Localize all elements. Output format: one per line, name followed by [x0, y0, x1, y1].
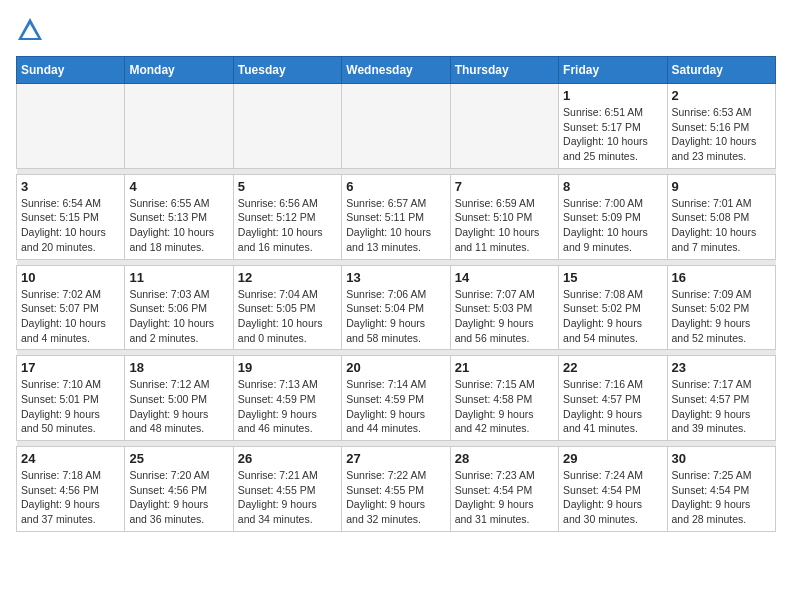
calendar-day-cell: [233, 84, 341, 169]
day-info: Sunrise: 6:59 AM Sunset: 5:10 PM Dayligh…: [455, 196, 554, 255]
calendar-day-cell: 12Sunrise: 7:04 AM Sunset: 5:05 PM Dayli…: [233, 265, 341, 350]
calendar-day-cell: 5Sunrise: 6:56 AM Sunset: 5:12 PM Daylig…: [233, 174, 341, 259]
calendar-week-row: 1Sunrise: 6:51 AM Sunset: 5:17 PM Daylig…: [17, 84, 776, 169]
day-info: Sunrise: 7:07 AM Sunset: 5:03 PM Dayligh…: [455, 287, 554, 346]
day-number: 21: [455, 360, 554, 375]
day-info: Sunrise: 7:01 AM Sunset: 5:08 PM Dayligh…: [672, 196, 771, 255]
day-of-week-header: Wednesday: [342, 57, 450, 84]
calendar-day-cell: [17, 84, 125, 169]
day-of-week-header: Thursday: [450, 57, 558, 84]
calendar-day-cell: 11Sunrise: 7:03 AM Sunset: 5:06 PM Dayli…: [125, 265, 233, 350]
day-number: 22: [563, 360, 662, 375]
calendar-week-row: 24Sunrise: 7:18 AM Sunset: 4:56 PM Dayli…: [17, 447, 776, 532]
calendar-day-cell: 6Sunrise: 6:57 AM Sunset: 5:11 PM Daylig…: [342, 174, 450, 259]
day-info: Sunrise: 7:22 AM Sunset: 4:55 PM Dayligh…: [346, 468, 445, 527]
day-info: Sunrise: 7:04 AM Sunset: 5:05 PM Dayligh…: [238, 287, 337, 346]
calendar-day-cell: 9Sunrise: 7:01 AM Sunset: 5:08 PM Daylig…: [667, 174, 775, 259]
calendar-day-cell: 30Sunrise: 7:25 AM Sunset: 4:54 PM Dayli…: [667, 447, 775, 532]
calendar-day-cell: 18Sunrise: 7:12 AM Sunset: 5:00 PM Dayli…: [125, 356, 233, 441]
day-info: Sunrise: 6:54 AM Sunset: 5:15 PM Dayligh…: [21, 196, 120, 255]
calendar-day-cell: 16Sunrise: 7:09 AM Sunset: 5:02 PM Dayli…: [667, 265, 775, 350]
day-info: Sunrise: 7:20 AM Sunset: 4:56 PM Dayligh…: [129, 468, 228, 527]
calendar-day-cell: 2Sunrise: 6:53 AM Sunset: 5:16 PM Daylig…: [667, 84, 775, 169]
calendar-day-cell: 7Sunrise: 6:59 AM Sunset: 5:10 PM Daylig…: [450, 174, 558, 259]
day-number: 19: [238, 360, 337, 375]
calendar-day-cell: 4Sunrise: 6:55 AM Sunset: 5:13 PM Daylig…: [125, 174, 233, 259]
calendar-table: SundayMondayTuesdayWednesdayThursdayFrid…: [16, 56, 776, 532]
day-number: 29: [563, 451, 662, 466]
day-of-week-header: Tuesday: [233, 57, 341, 84]
day-info: Sunrise: 7:18 AM Sunset: 4:56 PM Dayligh…: [21, 468, 120, 527]
calendar-day-cell: [125, 84, 233, 169]
calendar-week-row: 17Sunrise: 7:10 AM Sunset: 5:01 PM Dayli…: [17, 356, 776, 441]
calendar-day-cell: 25Sunrise: 7:20 AM Sunset: 4:56 PM Dayli…: [125, 447, 233, 532]
calendar-day-cell: 28Sunrise: 7:23 AM Sunset: 4:54 PM Dayli…: [450, 447, 558, 532]
logo: [16, 16, 48, 44]
day-number: 23: [672, 360, 771, 375]
day-number: 25: [129, 451, 228, 466]
day-info: Sunrise: 7:14 AM Sunset: 4:59 PM Dayligh…: [346, 377, 445, 436]
day-info: Sunrise: 7:13 AM Sunset: 4:59 PM Dayligh…: [238, 377, 337, 436]
calendar-week-row: 3Sunrise: 6:54 AM Sunset: 5:15 PM Daylig…: [17, 174, 776, 259]
day-info: Sunrise: 7:12 AM Sunset: 5:00 PM Dayligh…: [129, 377, 228, 436]
day-number: 26: [238, 451, 337, 466]
day-number: 18: [129, 360, 228, 375]
calendar-day-cell: 14Sunrise: 7:07 AM Sunset: 5:03 PM Dayli…: [450, 265, 558, 350]
calendar-day-cell: 21Sunrise: 7:15 AM Sunset: 4:58 PM Dayli…: [450, 356, 558, 441]
calendar-day-cell: [450, 84, 558, 169]
day-number: 4: [129, 179, 228, 194]
day-info: Sunrise: 7:17 AM Sunset: 4:57 PM Dayligh…: [672, 377, 771, 436]
day-number: 1: [563, 88, 662, 103]
day-number: 12: [238, 270, 337, 285]
day-info: Sunrise: 7:15 AM Sunset: 4:58 PM Dayligh…: [455, 377, 554, 436]
day-info: Sunrise: 7:08 AM Sunset: 5:02 PM Dayligh…: [563, 287, 662, 346]
day-number: 24: [21, 451, 120, 466]
day-number: 13: [346, 270, 445, 285]
day-info: Sunrise: 7:23 AM Sunset: 4:54 PM Dayligh…: [455, 468, 554, 527]
day-number: 11: [129, 270, 228, 285]
day-info: Sunrise: 6:53 AM Sunset: 5:16 PM Dayligh…: [672, 105, 771, 164]
day-info: Sunrise: 6:55 AM Sunset: 5:13 PM Dayligh…: [129, 196, 228, 255]
day-info: Sunrise: 7:00 AM Sunset: 5:09 PM Dayligh…: [563, 196, 662, 255]
calendar-day-cell: 15Sunrise: 7:08 AM Sunset: 5:02 PM Dayli…: [559, 265, 667, 350]
day-number: 8: [563, 179, 662, 194]
day-info: Sunrise: 7:09 AM Sunset: 5:02 PM Dayligh…: [672, 287, 771, 346]
day-of-week-header: Friday: [559, 57, 667, 84]
calendar-day-cell: 27Sunrise: 7:22 AM Sunset: 4:55 PM Dayli…: [342, 447, 450, 532]
day-number: 5: [238, 179, 337, 194]
day-info: Sunrise: 7:24 AM Sunset: 4:54 PM Dayligh…: [563, 468, 662, 527]
day-number: 28: [455, 451, 554, 466]
calendar-day-cell: 22Sunrise: 7:16 AM Sunset: 4:57 PM Dayli…: [559, 356, 667, 441]
day-info: Sunrise: 7:16 AM Sunset: 4:57 PM Dayligh…: [563, 377, 662, 436]
calendar-day-cell: 24Sunrise: 7:18 AM Sunset: 4:56 PM Dayli…: [17, 447, 125, 532]
day-info: Sunrise: 7:02 AM Sunset: 5:07 PM Dayligh…: [21, 287, 120, 346]
calendar-day-cell: 8Sunrise: 7:00 AM Sunset: 5:09 PM Daylig…: [559, 174, 667, 259]
day-info: Sunrise: 7:03 AM Sunset: 5:06 PM Dayligh…: [129, 287, 228, 346]
day-info: Sunrise: 6:51 AM Sunset: 5:17 PM Dayligh…: [563, 105, 662, 164]
day-info: Sunrise: 7:25 AM Sunset: 4:54 PM Dayligh…: [672, 468, 771, 527]
calendar-day-cell: 3Sunrise: 6:54 AM Sunset: 5:15 PM Daylig…: [17, 174, 125, 259]
day-info: Sunrise: 6:56 AM Sunset: 5:12 PM Dayligh…: [238, 196, 337, 255]
day-number: 30: [672, 451, 771, 466]
day-number: 9: [672, 179, 771, 194]
day-number: 20: [346, 360, 445, 375]
calendar-day-cell: 10Sunrise: 7:02 AM Sunset: 5:07 PM Dayli…: [17, 265, 125, 350]
day-number: 14: [455, 270, 554, 285]
day-of-week-header: Sunday: [17, 57, 125, 84]
logo-icon: [16, 16, 44, 44]
day-number: 2: [672, 88, 771, 103]
day-number: 17: [21, 360, 120, 375]
day-of-week-header: Saturday: [667, 57, 775, 84]
day-info: Sunrise: 7:10 AM Sunset: 5:01 PM Dayligh…: [21, 377, 120, 436]
calendar-week-row: 10Sunrise: 7:02 AM Sunset: 5:07 PM Dayli…: [17, 265, 776, 350]
calendar-day-cell: 29Sunrise: 7:24 AM Sunset: 4:54 PM Dayli…: [559, 447, 667, 532]
calendar-day-cell: 13Sunrise: 7:06 AM Sunset: 5:04 PM Dayli…: [342, 265, 450, 350]
day-info: Sunrise: 7:21 AM Sunset: 4:55 PM Dayligh…: [238, 468, 337, 527]
day-number: 10: [21, 270, 120, 285]
calendar-day-cell: 20Sunrise: 7:14 AM Sunset: 4:59 PM Dayli…: [342, 356, 450, 441]
day-number: 16: [672, 270, 771, 285]
day-number: 7: [455, 179, 554, 194]
calendar-day-cell: [342, 84, 450, 169]
day-info: Sunrise: 6:57 AM Sunset: 5:11 PM Dayligh…: [346, 196, 445, 255]
page-header: [16, 16, 776, 44]
